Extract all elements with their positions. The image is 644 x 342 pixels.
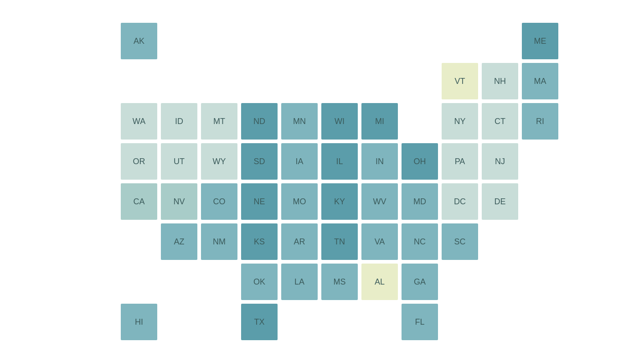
state-de[interactable]: DE [482, 183, 518, 220]
state-label-dc: DC [454, 197, 466, 207]
state-nj[interactable]: NJ [482, 143, 518, 180]
state-me[interactable]: ME [522, 23, 558, 59]
state-label-mn: MN [293, 117, 306, 126]
state-nh[interactable]: NH [482, 63, 518, 99]
state-label-nm: NM [213, 237, 226, 247]
state-wi[interactable]: WI [321, 103, 358, 140]
state-label-md: MD [413, 197, 426, 207]
state-label-oh: OH [414, 157, 426, 166]
state-il[interactable]: IL [321, 143, 358, 180]
state-mt[interactable]: MT [201, 103, 237, 140]
state-ak[interactable]: AK [121, 23, 157, 59]
state-label-va: VA [375, 237, 385, 247]
state-ks[interactable]: KS [241, 223, 278, 260]
state-sd[interactable]: SD [241, 143, 278, 180]
state-label-mo: MO [293, 197, 306, 207]
state-label-co: CO [213, 197, 226, 207]
state-label-ks: KS [254, 237, 265, 247]
state-oh[interactable]: OH [402, 143, 438, 180]
state-hi[interactable]: HI [121, 304, 157, 340]
state-label-mt: MT [213, 117, 225, 126]
state-label-ne: NE [253, 197, 265, 207]
state-vt[interactable]: VT [442, 63, 478, 99]
state-ut[interactable]: UT [161, 143, 197, 180]
state-in[interactable]: IN [361, 143, 398, 180]
state-nc[interactable]: NC [402, 223, 438, 260]
state-label-ky: KY [334, 197, 345, 207]
state-label-ny: NY [454, 117, 465, 126]
state-sc[interactable]: SC [442, 223, 478, 260]
state-ny[interactable]: NY [442, 103, 478, 140]
state-label-mi: MI [375, 117, 384, 126]
state-label-ut: UT [174, 157, 185, 166]
state-ky[interactable]: KY [321, 183, 358, 220]
state-ar[interactable]: AR [281, 223, 318, 260]
state-ok[interactable]: OK [241, 264, 278, 300]
state-nd[interactable]: ND [241, 103, 278, 140]
state-ne[interactable]: NE [241, 183, 278, 220]
state-label-ok: OK [253, 277, 265, 287]
state-label-nd: ND [253, 117, 265, 126]
state-pa[interactable]: PA [442, 143, 478, 180]
state-wv[interactable]: WV [361, 183, 398, 220]
state-label-hi: HI [135, 317, 143, 327]
state-va[interactable]: VA [361, 223, 398, 260]
state-label-me: ME [534, 36, 546, 46]
state-wa[interactable]: WA [121, 103, 157, 140]
state-co[interactable]: CO [201, 183, 237, 220]
state-mn[interactable]: MN [281, 103, 318, 140]
state-label-nj: NJ [495, 157, 505, 166]
state-label-tn: TN [334, 237, 345, 247]
state-label-wi: WI [335, 117, 345, 126]
state-label-la: LA [294, 277, 304, 287]
state-label-wv: WV [373, 197, 386, 207]
state-wy[interactable]: WY [201, 143, 237, 180]
state-label-ri: RI [536, 117, 544, 126]
state-ms[interactable]: MS [321, 264, 358, 300]
state-label-de: DE [494, 197, 505, 207]
state-id[interactable]: ID [161, 103, 197, 140]
state-label-ma: MA [534, 77, 546, 86]
state-ri[interactable]: RI [522, 103, 558, 140]
state-ia[interactable]: IA [281, 143, 318, 180]
state-ga[interactable]: GA [402, 264, 438, 300]
state-label-id: ID [175, 117, 183, 126]
state-label-al: AL [375, 277, 385, 287]
state-la[interactable]: LA [281, 264, 318, 300]
state-nm[interactable]: NM [201, 223, 237, 260]
state-md[interactable]: MD [402, 183, 438, 220]
state-label-or: OR [133, 157, 145, 166]
state-label-ca: CA [133, 197, 144, 207]
state-mo[interactable]: MO [281, 183, 318, 220]
state-tx[interactable]: TX [241, 304, 278, 340]
state-mi[interactable]: MI [361, 103, 398, 140]
state-ca[interactable]: CA [121, 183, 157, 220]
state-label-nh: NH [494, 77, 506, 86]
state-fl[interactable]: FL [402, 304, 438, 340]
state-az[interactable]: AZ [161, 223, 197, 260]
state-label-fl: FL [415, 317, 424, 327]
state-label-sc: SC [454, 237, 465, 247]
state-label-wy: WY [213, 157, 226, 166]
state-tn[interactable]: TN [321, 223, 358, 260]
state-ma[interactable]: MA [522, 63, 558, 99]
state-ct[interactable]: CT [482, 103, 518, 140]
state-label-ms: MS [334, 277, 346, 287]
state-label-az: AZ [174, 237, 184, 247]
state-label-pa: PA [455, 157, 465, 166]
us-map: AKMEVTNHMAWAIDMTNDMNWIMINYCTRIORUTWYSDIA… [0, 0, 644, 342]
state-nv[interactable]: NV [161, 183, 197, 220]
state-al[interactable]: AL [361, 264, 398, 300]
state-dc[interactable]: DC [442, 183, 478, 220]
state-label-ia: IA [295, 157, 303, 166]
state-label-ak: AK [134, 36, 144, 46]
state-label-vt: VT [454, 77, 465, 86]
state-label-il: IL [336, 157, 343, 166]
state-label-nc: NC [414, 237, 426, 247]
state-label-ga: GA [414, 277, 426, 287]
state-label-tx: TX [254, 317, 264, 327]
state-label-in: IN [376, 157, 384, 166]
state-label-ar: AR [294, 237, 305, 247]
state-or[interactable]: OR [121, 143, 157, 180]
state-label-wa: WA [133, 117, 145, 126]
